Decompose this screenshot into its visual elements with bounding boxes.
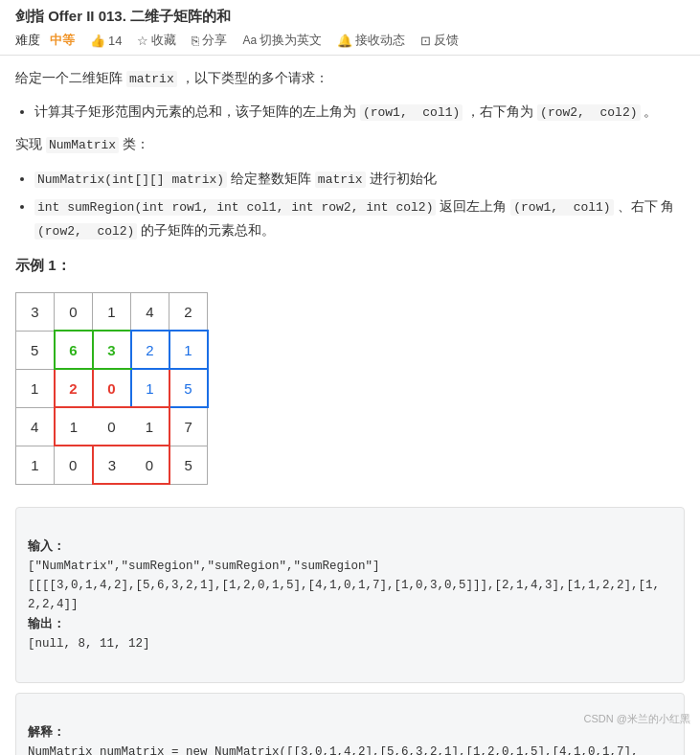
cell-4-2: 3 [93,446,131,484]
toolbar: 难度 中等 👍 14 ☆ 收藏 ⎘ 分享 Aa 切换为英文 🔔 [15,32,685,49]
cell-0-4: 2 [169,292,208,331]
matrix-row-1: 5 6 3 2 1 [16,331,208,369]
problem-intro: 给定一个二维矩阵 matrix ，以下类型的多个请求： [15,67,685,90]
input-line2: [[[[3,0,1,4,2],[5,6,3,2,1],[1,2,0,1,5],[… [28,579,660,611]
cell-2-2: 0 [93,369,131,407]
cell-4-3: 0 [131,446,169,484]
cell-0-2: 1 [93,292,131,331]
bullet-nummatrix: NumMatrix(int[][] matrix) 给定整数矩阵 matrix … [34,167,685,191]
explain-label: 解释： [28,725,65,739]
difficulty-label: 难度 [15,32,40,49]
like-count: 14 [108,34,122,48]
implement-intro: 实现 NumMatrix 类： [15,133,685,156]
cell-3-4: 7 [169,407,208,446]
explain-line-1: NumMatrix numMatrix = new NumMatrix([[3,… [28,745,639,755]
matrix-table: 3 0 1 4 2 5 6 3 2 1 [15,292,209,486]
feedback-icon: ⊡ [420,34,431,48]
example-title: 示例 1： [15,257,685,275]
difficulty-value[interactable]: 中等 [50,32,75,49]
page-container: 剑指 Offer II 013. 二维子矩阵的和 难度 中等 👍 14 ☆ 收藏… [0,0,700,755]
share-button[interactable]: ⎘ 分享 [192,32,227,49]
cell-1-2: 3 [93,331,131,369]
star-icon: ☆ [137,34,148,48]
implement-bullets: NumMatrix(int[][] matrix) 给定整数矩阵 matrix … [34,167,685,243]
bell-icon: 🔔 [337,34,352,48]
matrix-row-3: 4 1 0 1 7 [16,407,208,446]
collect-label: 收藏 [151,32,176,49]
like-button[interactable]: 👍 14 [90,34,122,48]
output-label: 输出： [28,617,65,630]
input-line1: ["NumMatrix","sumRegion","sumRegion","su… [28,560,380,573]
bullet-1: 计算其子矩形范围内元素的总和，该子矩阵的左上角为 (row1, col1) ，右… [34,100,685,124]
cell-1-1: 6 [55,331,93,369]
header: 剑指 Offer II 013. 二维子矩阵的和 难度 中等 👍 14 ☆ 收藏… [0,0,700,56]
difficulty-item: 难度 中等 [15,32,75,49]
notification-label: 接收动态 [355,32,405,49]
watermark: CSDN @米兰的小红黑 [584,712,690,726]
feedback-button[interactable]: ⊡ 反馈 [420,32,459,49]
cell-4-0: 1 [16,446,55,484]
cell-1-3: 2 [131,331,169,369]
cell-3-2: 0 [93,407,131,446]
matrix-row-4: 1 0 3 0 5 [16,446,208,484]
star-button[interactable]: ☆ 收藏 [137,32,176,49]
matrix-container: 3 0 1 4 2 5 6 3 2 1 [15,292,209,486]
cell-2-1: 2 [55,369,93,407]
output-value: [null, 8, 11, 12] [28,637,150,651]
cell-2-3: 1 [131,369,169,407]
cell-3-0: 4 [16,407,55,446]
translate-icon: Aa [242,34,257,47]
bullet-sumregion: int sumRegion(int row1, int col1, int ro… [34,194,685,243]
cell-2-4: 5 [169,369,208,407]
matrix-row-2: 1 2 0 1 5 [16,369,208,407]
thumb-up-icon: 👍 [90,34,105,48]
translate-button[interactable]: Aa 切换为英文 [242,32,322,49]
cell-1-4: 1 [169,331,208,369]
translate-label: 切换为英文 [260,32,322,49]
problem-bullets: 计算其子矩形范围内元素的总和，该子矩阵的左上角为 (row1, col1) ，右… [34,100,685,124]
matrix-code: matrix [126,71,177,87]
content: 给定一个二维矩阵 matrix ，以下类型的多个请求： 计算其子矩形范围内元素的… [0,56,700,755]
cell-2-0: 1 [16,369,55,407]
share-icon: ⎘ [192,34,199,48]
notification-button[interactable]: 🔔 接收动态 [337,32,405,49]
share-label: 分享 [202,32,227,49]
input-label: 输入： [28,539,65,553]
cell-0-1: 0 [55,292,93,331]
cell-4-4: 5 [169,446,208,484]
cell-3-1: 1 [55,407,93,446]
cell-1-0: 5 [16,331,55,369]
page-title: 剑指 Offer II 013. 二维子矩阵的和 [15,8,685,26]
matrix-row-0: 3 0 1 4 2 [16,292,208,331]
code-block: 输入： ["NumMatrix","sumRegion","sumRegion"… [15,507,685,683]
cell-4-1: 0 [55,446,93,484]
feedback-label: 反馈 [434,32,459,49]
cell-3-3: 1 [131,407,169,446]
cell-0-3: 4 [131,292,169,331]
cell-0-0: 3 [16,292,55,331]
